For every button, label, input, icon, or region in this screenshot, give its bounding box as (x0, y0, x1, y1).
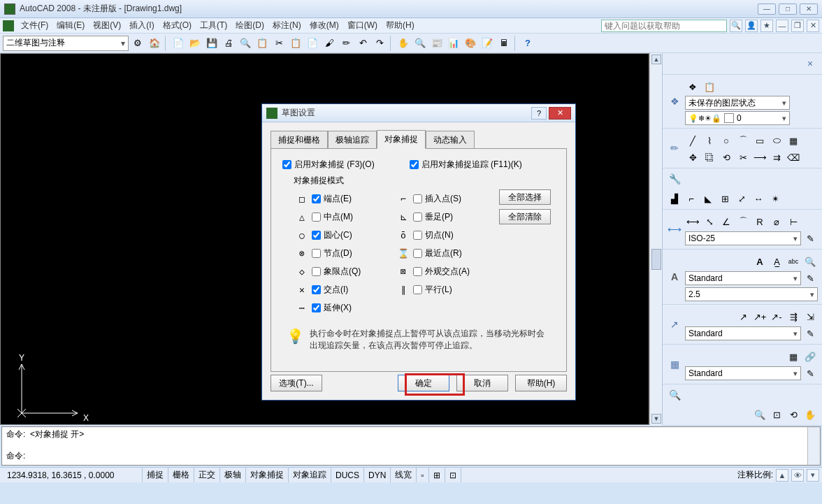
mleader-remove-icon[interactable]: ↗- (769, 309, 784, 324)
dim-diameter-icon[interactable]: ⌀ (769, 214, 784, 229)
favorites-icon[interactable]: ★ (760, 20, 773, 32)
doc-close-button[interactable]: ✕ (807, 20, 819, 32)
tablestyle-combo[interactable]: Standard (685, 366, 801, 380)
enable-osnap-checkbox[interactable]: 启用对象捕捉 (F3)(O) (282, 159, 375, 171)
paste-icon[interactable]: 📄 (305, 36, 320, 51)
textstyle-edit-icon[interactable]: ✎ (802, 271, 818, 286)
menu-insert[interactable]: 插入(I) (125, 18, 158, 33)
dim-panel-icon[interactable]: ⟷ (667, 222, 682, 237)
menu-dimension[interactable]: 标注(N) (268, 18, 305, 33)
cut-icon[interactable]: ✂ (271, 36, 287, 51)
vertical-scrollbar[interactable]: ▲ ▼ (649, 53, 662, 425)
snap-toggle[interactable]: 捕捉 (143, 468, 168, 482)
mtext-icon[interactable]: A (752, 254, 767, 269)
array-icon[interactable]: ⊞ (717, 191, 733, 206)
menu-edit[interactable]: 编辑(E) (52, 18, 89, 33)
erase-icon[interactable]: ⌫ (786, 150, 801, 165)
layer-props-icon[interactable]: ❖ (685, 79, 700, 94)
tool-palettes-icon[interactable]: 🎨 (463, 36, 478, 51)
textheight-combo[interactable]: 2.5 (685, 287, 818, 301)
menu-window[interactable]: 窗口(W) (343, 18, 382, 33)
comm-center-icon[interactable]: 👤 (745, 20, 758, 32)
publish-icon[interactable]: 📋 (254, 36, 270, 51)
chamfer-icon[interactable]: ◣ (700, 191, 716, 206)
sheet-set-icon[interactable]: 📊 (446, 36, 461, 51)
dashboard-close-icon[interactable]: × (802, 56, 818, 71)
save-icon[interactable]: 💾 (204, 36, 219, 51)
extension-checkbox[interactable]: 延伸(X) (312, 302, 352, 314)
scroll-thumb[interactable] (651, 249, 661, 270)
osnap-toggle[interactable]: 对象捕捉 (246, 468, 289, 482)
stretch-icon[interactable]: ↔ (751, 191, 766, 206)
arc-icon[interactable]: ⌒ (735, 133, 751, 148)
grid-toggle[interactable]: 栅格 (168, 468, 194, 482)
ducs-toggle[interactable]: DUCS (331, 468, 364, 482)
dim-linear-icon[interactable]: ⟷ (685, 214, 700, 229)
new-icon[interactable]: 📄 (171, 36, 186, 51)
calc-icon[interactable]: 🖩 (496, 36, 512, 51)
tab-osnap[interactable]: 对象捕捉 (377, 130, 426, 149)
dim-radius-icon[interactable]: R (752, 214, 767, 229)
menu-app-icon[interactable] (3, 20, 14, 31)
command-window[interactable]: 命令: <对象捕捉 开> 命令: (1, 426, 821, 466)
otrack-toggle[interactable]: 对象追踪 (289, 468, 331, 482)
enable-otrack-checkbox[interactable]: 启用对象捕捉追踪 (F11)(K) (410, 159, 522, 171)
mleader-add-icon[interactable]: ↗+ (752, 309, 767, 324)
draw-panel-icon[interactable]: ✏ (667, 141, 682, 156)
mleader-collect-icon[interactable]: ⇲ (802, 309, 818, 324)
help-search-input[interactable] (601, 20, 727, 32)
ok-button[interactable]: 确定 (398, 375, 449, 391)
pline-icon[interactable]: ⌇ (702, 133, 717, 148)
options-button[interactable]: 选项(T)... (271, 375, 322, 391)
open-icon[interactable]: 📂 (187, 36, 203, 51)
polar-toggle[interactable]: 极轴 (220, 468, 246, 482)
zoom-window-icon[interactable]: ⊡ (769, 407, 784, 422)
tangent-checkbox[interactable]: 切点(N) (413, 229, 454, 241)
block-editor-icon[interactable]: ✏ (338, 36, 354, 51)
mirror-icon[interactable]: ▟ (667, 191, 682, 206)
layer-state-combo[interactable]: 未保存的图层状态 (685, 96, 790, 110)
hatch-icon[interactable]: ▦ (786, 133, 801, 148)
command-prompt[interactable]: 命令: (6, 450, 803, 462)
tab-polar[interactable]: 极轴追踪 (328, 131, 377, 149)
ellipse-icon[interactable]: ⬭ (769, 133, 784, 148)
layer-combo[interactable]: 💡❄☀🔒 0 (685, 111, 790, 125)
dialog-close-icon[interactable]: ✕ (549, 107, 571, 120)
plot-preview-icon[interactable]: 🔍 (238, 36, 253, 51)
mleader-combo[interactable]: Standard (685, 326, 801, 340)
table-insert-icon[interactable]: ▦ (786, 349, 801, 364)
coord-display[interactable]: 1234.9318, 16.3615 , 0.0000 (3, 468, 143, 482)
textstyle-combo[interactable]: Standard (685, 271, 801, 285)
copy2-icon[interactable]: ⿻ (702, 150, 717, 165)
zoom-previous-icon[interactable]: ⟲ (786, 407, 801, 422)
command-scrollbar[interactable] (807, 427, 820, 465)
nav-panel-icon[interactable]: 🔍 (667, 387, 682, 403)
insertion-checkbox[interactable]: 插入点(S) (413, 193, 461, 205)
dim-angular-icon[interactable]: ∠ (719, 214, 734, 229)
help-icon[interactable]: ? (520, 36, 535, 51)
tablestyle-edit-icon[interactable]: ✎ (802, 366, 818, 381)
rotate-icon[interactable]: ⟲ (719, 150, 734, 165)
explode-icon[interactable]: ✴ (767, 191, 783, 206)
status-extra-2[interactable]: ⊡ (445, 468, 461, 482)
mleader-panel-icon[interactable]: ↗ (667, 317, 682, 332)
trim-icon[interactable]: ✂ (735, 150, 751, 165)
annovis-icon[interactable]: 👁 (791, 469, 804, 482)
quadrant-checkbox[interactable]: 象限点(Q) (312, 266, 361, 278)
rectangle-icon[interactable]: ▭ (752, 133, 767, 148)
scale-icon[interactable]: ⤢ (734, 191, 749, 206)
table-link-icon[interactable]: 🔗 (802, 349, 818, 364)
extend-icon[interactable]: ⟶ (752, 150, 767, 165)
mleader-edit-icon[interactable]: ✎ (802, 326, 818, 341)
annoscale-icon[interactable]: ▲ (776, 469, 788, 482)
menu-view[interactable]: 视图(V) (89, 18, 125, 33)
workspace-selector[interactable]: 二维草图与注释 (3, 36, 129, 51)
scroll-up-icon[interactable]: ▲ (651, 55, 661, 64)
table-panel-icon[interactable]: ▦ (667, 357, 682, 372)
intersection-checkbox[interactable]: 交点(I) (312, 284, 348, 296)
dialog-help-icon[interactable]: ? (531, 107, 547, 120)
select-all-button[interactable]: 全部选择 (499, 189, 551, 205)
copy-icon[interactable]: 📋 (288, 36, 303, 51)
line-icon[interactable]: ╱ (685, 133, 700, 148)
dim-continue-icon[interactable]: ⊢ (786, 214, 801, 229)
